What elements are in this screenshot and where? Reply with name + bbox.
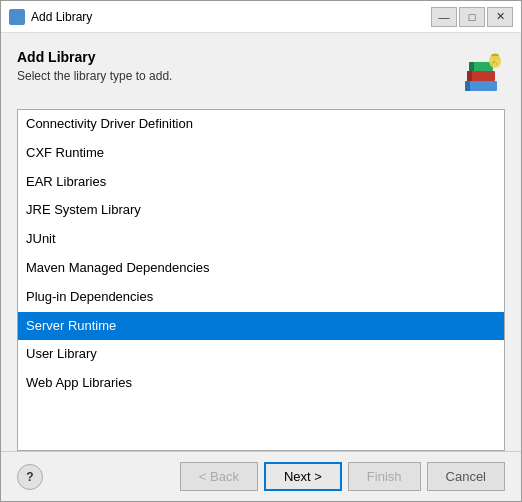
dialog-title: Add Library xyxy=(17,49,457,65)
list-item[interactable]: JRE System Library xyxy=(18,196,504,225)
minimize-button[interactable]: — xyxy=(431,7,457,27)
svg-point-13 xyxy=(493,61,496,64)
list-item[interactable]: EAR Libraries xyxy=(18,168,504,197)
list-item[interactable]: Connectivity Driver Definition xyxy=(18,110,504,139)
window-icon xyxy=(9,9,25,25)
svg-point-14 xyxy=(496,63,498,65)
header-section: Add Library Select the library type to a… xyxy=(17,49,505,97)
window-title: Add Library xyxy=(31,10,431,24)
svg-rect-5 xyxy=(465,81,470,91)
window-controls: — □ ✕ xyxy=(431,7,513,27)
back-button[interactable]: < Back xyxy=(180,462,258,491)
list-item[interactable]: Web App Libraries xyxy=(18,369,504,398)
list-item[interactable]: Server Runtime xyxy=(18,312,504,341)
library-list[interactable]: Connectivity Driver DefinitionCXF Runtim… xyxy=(17,109,505,451)
next-button[interactable]: Next > xyxy=(264,462,342,491)
finish-button[interactable]: Finish xyxy=(348,462,421,491)
svg-rect-9 xyxy=(469,62,474,71)
svg-rect-7 xyxy=(467,71,472,81)
header-text: Add Library Select the library type to a… xyxy=(17,49,457,83)
title-bar: Add Library — □ ✕ xyxy=(1,1,521,33)
svg-rect-0 xyxy=(12,12,16,16)
close-button[interactable]: ✕ xyxy=(487,7,513,27)
content-area: Add Library Select the library type to a… xyxy=(1,33,521,451)
cancel-button[interactable]: Cancel xyxy=(427,462,505,491)
list-item[interactable]: Plug-in Dependencies xyxy=(18,283,504,312)
svg-rect-3 xyxy=(18,18,22,22)
list-item[interactable]: CXF Runtime xyxy=(18,139,504,168)
svg-rect-12 xyxy=(491,56,499,61)
svg-rect-2 xyxy=(12,18,16,22)
help-button[interactable]: ? xyxy=(17,464,43,490)
svg-rect-1 xyxy=(18,12,22,16)
list-item[interactable]: JUnit xyxy=(18,225,504,254)
list-item[interactable]: User Library xyxy=(18,340,504,369)
maximize-button[interactable]: □ xyxy=(459,7,485,27)
bottom-section: ? < Back Next > Finish Cancel xyxy=(1,451,521,501)
dialog-subtitle: Select the library type to add. xyxy=(17,69,457,83)
add-library-window: Add Library — □ ✕ Add Library Select the… xyxy=(0,0,522,502)
books-icon xyxy=(457,49,505,97)
list-item[interactable]: Maven Managed Dependencies xyxy=(18,254,504,283)
nav-buttons: < Back Next > Finish Cancel xyxy=(180,462,505,491)
